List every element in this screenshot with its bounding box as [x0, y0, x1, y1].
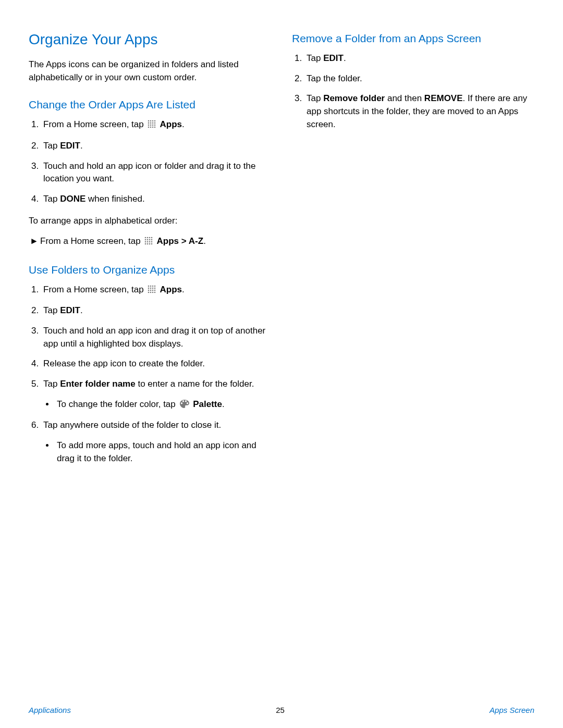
- svg-point-26: [149, 241, 151, 243]
- svg-point-2: [152, 120, 154, 122]
- svg-point-45: [150, 291, 152, 293]
- svg-point-44: [148, 291, 150, 293]
- list-item: Tap anywhere outside of the folder to cl…: [41, 419, 271, 465]
- svg-point-11: [154, 125, 156, 126]
- palette-icon: [180, 399, 189, 412]
- page-title: Organize Your Apps: [29, 31, 271, 48]
- list-item: Tap Enter folder name to enter a name fo…: [41, 378, 271, 412]
- list-item: Tap EDIT.: [41, 140, 271, 153]
- apps-grid-icon: [144, 236, 153, 249]
- list-item: Tap EDIT.: [41, 304, 271, 317]
- svg-point-25: [147, 241, 149, 243]
- svg-point-23: [151, 239, 153, 241]
- change-order-steps: From a Home screen, tap Apps. Tap EDIT. …: [29, 118, 271, 205]
- list-item: Tap EDIT.: [304, 52, 534, 65]
- list-item: Tap DONE when finished.: [41, 193, 271, 206]
- svg-point-32: [148, 285, 150, 287]
- remove-folder-steps: Tap EDIT. Tap the folder. Tap Remove fol…: [292, 52, 534, 131]
- svg-point-39: [154, 287, 156, 289]
- svg-point-15: [154, 127, 156, 128]
- svg-point-5: [150, 122, 152, 124]
- svg-point-27: [151, 241, 153, 243]
- list-item: Tap Remove folder and then REMOVE. If th…: [304, 92, 534, 131]
- svg-point-36: [148, 287, 150, 289]
- svg-point-8: [148, 125, 150, 126]
- svg-point-42: [152, 289, 154, 291]
- svg-point-18: [149, 237, 151, 239]
- list-item: From a Home screen, tap Apps.: [41, 283, 271, 298]
- list-sub-item: To change the folder color, tap Palette.: [55, 398, 271, 412]
- svg-point-46: [152, 291, 154, 293]
- svg-point-35: [154, 285, 156, 287]
- svg-point-20: [145, 239, 146, 241]
- svg-point-22: [149, 239, 151, 241]
- svg-point-7: [154, 122, 156, 124]
- list-item: Touch and hold an app icon or folder and…: [41, 160, 271, 186]
- svg-point-0: [148, 120, 150, 122]
- svg-point-37: [150, 287, 152, 289]
- intro-text: The Apps icons can be organized in folde…: [29, 58, 271, 84]
- svg-point-4: [148, 122, 150, 124]
- arrow-icon: ►: [30, 235, 40, 249]
- alpha-intro: To arrange apps in alphabetical order:: [29, 215, 271, 228]
- svg-point-40: [148, 289, 150, 291]
- svg-point-30: [149, 243, 151, 245]
- use-folders-steps: From a Home screen, tap Apps. Tap EDIT. …: [29, 283, 271, 465]
- svg-point-12: [148, 127, 150, 128]
- svg-point-47: [154, 291, 156, 293]
- list-item: Touch and hold an app icon and drag it o…: [41, 325, 271, 350]
- footer-right: Apps Screen: [489, 706, 534, 714]
- svg-point-1: [150, 120, 152, 122]
- svg-point-14: [152, 127, 154, 128]
- svg-point-10: [152, 125, 154, 126]
- heading-change-order: Change the Order Apps Are Listed: [29, 98, 271, 111]
- svg-point-6: [152, 122, 154, 124]
- svg-point-43: [154, 289, 156, 291]
- list-item: Tap the folder.: [304, 72, 534, 85]
- svg-point-17: [147, 237, 149, 239]
- page-number: 25: [276, 706, 285, 714]
- svg-point-28: [145, 243, 146, 245]
- svg-point-9: [150, 125, 152, 126]
- list-sub-item: To add more apps, touch and hold an app …: [55, 439, 271, 465]
- heading-remove-folder: Remove a Folder from an Apps Screen: [292, 32, 534, 45]
- footer-left: Applications: [29, 706, 71, 714]
- page-footer: Applications 25 Apps Screen: [0, 706, 563, 714]
- svg-point-13: [150, 127, 152, 128]
- svg-point-21: [147, 239, 149, 241]
- svg-point-24: [145, 241, 146, 243]
- apps-grid-icon: [148, 119, 156, 132]
- svg-point-29: [147, 243, 149, 245]
- list-item: Release the app icon to create the folde…: [41, 357, 271, 371]
- svg-point-33: [150, 285, 152, 287]
- apps-grid-icon: [148, 285, 156, 298]
- svg-point-3: [154, 120, 156, 122]
- svg-point-41: [150, 289, 152, 291]
- svg-point-19: [151, 237, 153, 239]
- svg-point-31: [151, 243, 153, 245]
- svg-point-34: [152, 285, 154, 287]
- heading-use-folders: Use Folders to Organize Apps: [29, 264, 271, 276]
- list-item: From a Home screen, tap Apps.: [41, 118, 271, 132]
- svg-point-16: [145, 237, 146, 239]
- svg-point-38: [152, 287, 154, 289]
- arrow-instruction: ► From a Home screen, tap Apps > A-Z.: [30, 235, 271, 249]
